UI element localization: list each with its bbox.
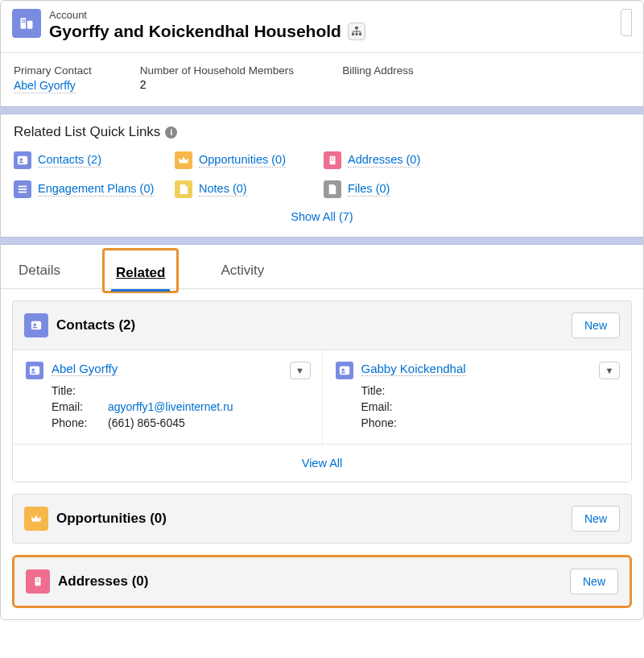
contact-icon: [24, 313, 48, 337]
related-card-addresses-highlight: Addresses (0) New: [12, 555, 632, 608]
highlight-member-count: Number of Household Members 2: [140, 64, 294, 93]
contact-icon: [14, 151, 31, 169]
new-opportunity-button[interactable]: New: [572, 506, 620, 532]
svg-rect-7: [352, 33, 354, 35]
building-icon: [324, 151, 341, 169]
show-all-link[interactable]: Show All (7): [291, 210, 353, 223]
contact-icon: [26, 362, 43, 379]
record-header: Account Gyorffy and Koickendhal Househol…: [1, 1, 643, 53]
svg-point-25: [32, 369, 35, 372]
svg-rect-26: [31, 372, 35, 374]
related-card-contacts: Contacts (2) New Abel Gyorffy Title: Ema…: [12, 300, 632, 482]
svg-rect-24: [30, 366, 39, 375]
tab-details[interactable]: Details: [15, 250, 64, 288]
header-action-overflow[interactable]: [621, 9, 632, 36]
svg-rect-2: [22, 19, 23, 21]
svg-rect-33: [36, 581, 37, 581]
svg-point-11: [20, 159, 23, 162]
opportunities-title[interactable]: Opportunities (0): [56, 511, 167, 527]
hierarchy-icon[interactable]: [348, 23, 365, 40]
quick-link-opportunities[interactable]: Opportunities (0): [175, 151, 324, 169]
building-icon: [26, 569, 50, 594]
tab-activity[interactable]: Activity: [217, 250, 267, 288]
plan-icon: [14, 180, 31, 198]
separator-band-2: [1, 237, 643, 245]
contact-menu-button[interactable]: ▼: [599, 362, 620, 379]
crown-icon: [24, 507, 48, 531]
highlight-billing-address: Billing Address: [342, 64, 414, 93]
contact-icon: [336, 362, 353, 379]
view-all-contacts-link[interactable]: View All: [302, 457, 343, 470]
svg-rect-34: [38, 581, 39, 581]
svg-rect-13: [330, 156, 336, 165]
svg-rect-3: [24, 19, 26, 21]
svg-rect-9: [359, 33, 361, 35]
svg-rect-20: [19, 192, 27, 193]
addresses-title[interactable]: Addresses (0): [58, 573, 148, 590]
contact-menu-button[interactable]: ▼: [290, 362, 311, 379]
tab-related-highlight: Related: [102, 248, 179, 293]
record-name: Gyorffy and Koickendhal Household: [49, 21, 365, 41]
new-contact-button[interactable]: New: [572, 312, 620, 338]
svg-rect-21: [31, 321, 41, 330]
svg-rect-17: [332, 159, 333, 160]
contact-name-link[interactable]: Gabby Koickendhal: [361, 362, 466, 376]
file-icon: [324, 180, 341, 198]
svg-rect-30: [35, 577, 41, 586]
svg-rect-14: [331, 158, 332, 159]
svg-rect-23: [33, 327, 37, 329]
svg-point-28: [341, 369, 345, 372]
quick-link-engagement-plans[interactable]: Engagement Plans (0): [14, 180, 175, 198]
quick-links-panel: Related List Quick Links i Contacts (2) …: [1, 114, 643, 237]
svg-rect-27: [339, 366, 349, 375]
account-icon: [12, 9, 41, 38]
contacts-title[interactable]: Contacts (2): [56, 317, 135, 333]
quick-link-notes[interactable]: Notes (0): [175, 180, 324, 198]
svg-rect-12: [19, 162, 23, 163]
contact-card: Abel Gyorffy Title: Email:agyorffy1@live…: [13, 350, 322, 444]
note-icon: [175, 180, 192, 198]
tab-related[interactable]: Related: [113, 252, 168, 291]
crown-icon: [175, 151, 192, 169]
new-address-button[interactable]: New: [570, 569, 618, 594]
svg-rect-29: [341, 372, 345, 374]
contact-email-link[interactable]: agyorffy1@liveinternet.ru: [108, 400, 233, 413]
info-icon[interactable]: i: [165, 126, 177, 139]
svg-rect-4: [22, 22, 23, 23]
svg-rect-6: [355, 27, 358, 29]
tab-bar: Details Related Activity: [1, 248, 643, 289]
quick-link-addresses[interactable]: Addresses (0): [324, 151, 485, 169]
svg-rect-15: [332, 158, 333, 159]
highlights-panel: Primary Contact Abel Gyorffy Number of H…: [1, 53, 643, 106]
contact-name-link[interactable]: Abel Gyorffy: [52, 362, 118, 376]
related-body: Contacts (2) New Abel Gyorffy Title: Ema…: [1, 289, 643, 619]
svg-rect-31: [36, 579, 37, 580]
svg-rect-8: [355, 33, 357, 35]
svg-rect-32: [38, 579, 39, 580]
contact-card: Gabby Koickendhal Title: Email: Phone: ▼: [322, 350, 632, 444]
quick-link-contacts[interactable]: Contacts (2): [14, 151, 175, 169]
svg-rect-16: [331, 159, 332, 160]
object-type-label: Account: [49, 9, 365, 21]
highlight-primary-contact: Primary Contact Abel Gyorffy: [14, 64, 92, 93]
svg-rect-10: [18, 156, 27, 165]
primary-contact-link[interactable]: Abel Gyorffy: [14, 79, 76, 93]
quick-links-title: Related List Quick Links i: [14, 124, 630, 140]
svg-rect-18: [19, 186, 27, 188]
quick-link-files[interactable]: Files (0): [324, 180, 485, 198]
svg-rect-1: [27, 21, 33, 29]
svg-rect-19: [19, 188, 27, 190]
svg-point-22: [34, 324, 37, 327]
related-card-opportunities: Opportunities (0) New: [12, 494, 632, 544]
record-name-text: Gyorffy and Koickendhal Household: [49, 21, 341, 41]
related-card-addresses: Addresses (0) New: [14, 557, 630, 606]
separator-band: [1, 106, 643, 114]
svg-rect-5: [24, 22, 26, 23]
